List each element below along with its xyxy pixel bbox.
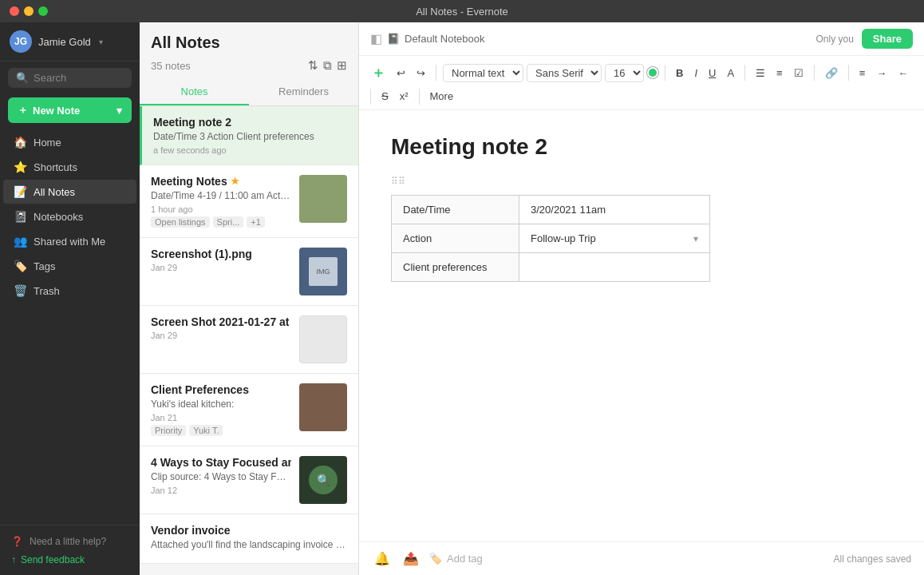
notebook-name: Default Notebook bbox=[405, 33, 484, 45]
list-item[interactable]: Meeting Notes ★ Date/Time 4-19 / 11:00 a… bbox=[140, 165, 358, 238]
outdent-button[interactable]: ← bbox=[894, 65, 912, 81]
indent-button[interactable]: → bbox=[872, 65, 890, 81]
notes-list-panel: All Notes 35 notes ⇅ ⧉ ⊞ Notes Reminders… bbox=[140, 22, 359, 575]
align-button[interactable]: ≡ bbox=[855, 65, 870, 81]
note-title-text: Meeting Notes bbox=[151, 175, 227, 188]
color-picker[interactable] bbox=[647, 67, 658, 78]
sidebar-item-home[interactable]: 🏠 Home bbox=[3, 130, 136, 154]
table-cell-value[interactable]: 3/20/2021 11am bbox=[519, 196, 710, 224]
sidebar-footer: ❓ Need a little help? ↑ Send feedback bbox=[0, 525, 140, 575]
link-button[interactable]: 🔗 bbox=[821, 65, 842, 81]
search-box[interactable]: 🔍 bbox=[8, 68, 132, 88]
table-cell-label: Client preferences bbox=[392, 253, 519, 282]
share-button[interactable]: Share bbox=[862, 29, 913, 49]
strikethrough-button[interactable]: S bbox=[377, 88, 393, 105]
table-cell-label: Action bbox=[392, 224, 519, 253]
note-table-container: ⠿⠿ Date/Time 3/20/2021 11am Action Follo… bbox=[391, 176, 892, 282]
list-item[interactable]: Client Preferences Yuki's ideal kitchen:… bbox=[140, 374, 358, 446]
list-item[interactable]: Meeting note 2 Date/Time 3 Action Client… bbox=[140, 106, 358, 165]
tab-reminders[interactable]: Reminders bbox=[249, 79, 358, 105]
notebook-info[interactable]: ◧ 📓 Default Notebook bbox=[370, 31, 484, 46]
search-icon: 🔍 bbox=[16, 72, 29, 84]
note-thumbnail: 🔍 bbox=[299, 456, 347, 504]
bullet-list-button[interactable]: ☰ bbox=[752, 65, 769, 81]
saved-message: All changes saved bbox=[834, 553, 911, 565]
list-item[interactable]: 4 Ways to Stay Focused and Get Stuff Don… bbox=[140, 446, 358, 514]
chevron-down-icon: ▾ bbox=[116, 105, 122, 117]
sidebar-item-notebooks[interactable]: 📓 Notebooks bbox=[3, 204, 136, 228]
sidebar-item-label: Home bbox=[34, 137, 61, 149]
chevron-down-icon: ▾ bbox=[693, 233, 698, 244]
table-cell-value[interactable]: Follow-up Trip ▾ bbox=[519, 224, 710, 253]
table-drag-handle[interactable]: ⠿⠿ bbox=[391, 176, 892, 187]
share-note-button[interactable]: 📤 bbox=[401, 549, 421, 569]
underline-button[interactable]: U bbox=[705, 65, 720, 81]
note-tag: Yuki T. bbox=[189, 425, 223, 436]
numbered-list-button[interactable]: ≡ bbox=[772, 65, 787, 81]
text-style-select[interactable]: Normal text bbox=[443, 64, 523, 82]
search-input[interactable] bbox=[34, 72, 124, 84]
notes-actions: ⇅ ⧉ ⊞ bbox=[308, 58, 347, 73]
superscript-button[interactable]: x² bbox=[396, 88, 413, 105]
reminder-button[interactable]: 🔔 bbox=[372, 549, 393, 569]
note-title: Vendor invoice bbox=[151, 524, 347, 537]
sidebar-item-tags[interactable]: 🏷️ Tags bbox=[3, 254, 136, 278]
toolbar-divider bbox=[665, 65, 665, 81]
note-subtitle: Clip source: 4 Ways to Stay Foc... bbox=[151, 471, 291, 482]
action-dropdown[interactable]: Follow-up Trip ▾ bbox=[531, 232, 698, 244]
sidebar-item-shared[interactable]: 👥 Shared with Me bbox=[3, 229, 136, 253]
sort-icon[interactable]: ⇅ bbox=[308, 58, 318, 73]
plus-icon: ＋ bbox=[18, 103, 28, 117]
note-title-editor[interactable]: Meeting note 2 bbox=[391, 134, 892, 160]
new-note-label: New Note bbox=[33, 105, 80, 117]
toolbar-divider bbox=[744, 65, 745, 81]
sidebar-item-all-notes[interactable]: 📝 All Notes bbox=[3, 180, 136, 204]
add-tag-button[interactable]: 🏷️ Add tag bbox=[429, 549, 483, 569]
minimize-button[interactable] bbox=[24, 6, 34, 16]
toolbar-divider bbox=[419, 89, 420, 105]
font-family-select[interactable]: Sans Serif bbox=[527, 64, 602, 82]
sidebar-item-label: Tags bbox=[34, 260, 55, 272]
close-button[interactable] bbox=[10, 6, 19, 16]
highlight-button[interactable]: A bbox=[723, 65, 738, 81]
collapse-panel-icon[interactable]: ◧ bbox=[370, 31, 382, 46]
note-title: Client Preferences bbox=[151, 383, 291, 396]
sidebar-item-trash[interactable]: 🗑️ Trash bbox=[3, 279, 136, 303]
sidebar-item-shortcuts[interactable]: ⭐ Shortcuts bbox=[3, 155, 136, 179]
note-date: Jan 29 bbox=[151, 263, 291, 272]
list-item[interactable]: Screenshot (1).png Jan 29 IMG bbox=[140, 238, 358, 306]
notes-list-header: All Notes 35 notes ⇅ ⧉ ⊞ bbox=[140, 22, 358, 79]
user-profile[interactable]: JG Jamie Gold ▾ bbox=[0, 22, 140, 61]
tab-notes[interactable]: Notes bbox=[140, 79, 249, 105]
bold-button[interactable]: B bbox=[672, 65, 687, 81]
checklist-button[interactable]: ☑ bbox=[790, 65, 808, 81]
note-item-content: Screenshot (1).png Jan 29 bbox=[151, 248, 291, 295]
italic-button[interactable]: I bbox=[690, 65, 701, 81]
toolbar-divider bbox=[814, 65, 815, 81]
note-date: Jan 12 bbox=[151, 486, 291, 495]
help-item[interactable]: ❓ Need a little help? bbox=[8, 532, 132, 551]
filter-icon[interactable]: ⧉ bbox=[323, 58, 332, 73]
feedback-icon: ↑ bbox=[11, 554, 16, 565]
note-item-content: Vendor invoice Attached you'll find the … bbox=[151, 524, 347, 553]
view-icon[interactable]: ⊞ bbox=[337, 58, 347, 73]
note-subtitle: Yuki's ideal kitchen: bbox=[151, 399, 291, 410]
table-row: Action Follow-up Trip ▾ bbox=[392, 224, 710, 253]
send-feedback-button[interactable]: ↑ Send feedback bbox=[8, 551, 132, 569]
toolbar-divider bbox=[436, 65, 436, 81]
font-size-select[interactable]: 16 bbox=[605, 64, 644, 82]
notes-icon: 📝 bbox=[13, 185, 27, 198]
redo-button[interactable]: ↪ bbox=[413, 65, 429, 81]
help-icon: ❓ bbox=[11, 536, 23, 547]
shared-icon: 👥 bbox=[13, 235, 27, 248]
maximize-button[interactable] bbox=[38, 6, 48, 16]
add-content-button[interactable]: ＋ bbox=[367, 61, 389, 85]
list-item[interactable]: Screen Shot 2021-01-27 at 1.36.29 PM.png… bbox=[140, 306, 358, 374]
new-note-button[interactable]: ＋ New Note ▾ bbox=[8, 97, 132, 123]
table-row: Date/Time 3/20/2021 11am bbox=[392, 196, 710, 224]
notes-meta: 35 notes ⇅ ⧉ ⊞ bbox=[151, 58, 347, 73]
more-button[interactable]: More bbox=[426, 88, 458, 105]
undo-button[interactable]: ↩ bbox=[393, 65, 409, 81]
list-item[interactable]: Vendor invoice Attached you'll find the … bbox=[140, 514, 358, 564]
table-cell-value[interactable] bbox=[519, 253, 710, 282]
